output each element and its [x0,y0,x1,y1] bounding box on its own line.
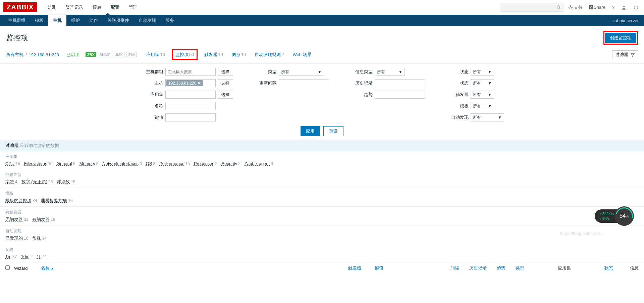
logo[interactable]: ZABBIX [3,2,37,12]
subfilter-link[interactable]: Performance [159,161,184,166]
search-input[interactable] [502,5,556,10]
subfilter-link[interactable]: Filesystems [24,161,47,166]
share-link[interactable]: Z Share [587,5,607,10]
subnav-services[interactable]: 服务 [161,15,179,26]
support-link[interactable]: 支持 [566,4,585,10]
th-history[interactable]: 历史记录 [469,265,487,271]
subfilter-count: 4 [15,180,17,184]
tab-graphs-count: 10 [241,52,246,57]
host-chip-remove-icon[interactable]: ✕ [198,81,201,86]
subnav-corr[interactable]: 关联项事件 [103,15,134,26]
subfilter-link[interactable]: 浮点数 [57,179,70,184]
tab-graphs[interactable]: 图形 [232,52,240,57]
th-status[interactable]: 状态 [604,265,613,271]
subfilter-link[interactable]: 模板的监控项 [5,198,32,203]
subnav-hostgroups[interactable]: 主机群组 [3,15,30,26]
badge-snmp: SNMP [98,52,112,57]
nav-monitoring[interactable]: 监测 [43,0,61,15]
input-appset[interactable] [165,91,216,99]
input-history[interactable] [375,79,425,87]
subfilter-link[interactable]: Processes [194,161,214,166]
subfilter-link[interactable]: 1m [5,254,11,259]
search-box [500,3,564,12]
select-discovery[interactable]: 所有▼ [471,113,504,121]
subfilter-count: 28 [48,180,53,184]
th-type[interactable]: 类型 [516,265,524,271]
network-widget[interactable]: ↑ 322K/s ↓ 9K/s 54% [595,206,634,226]
subnav: 主机群组 模板 主机 维护 动作 关联项事件 自动发现 服务 zabbix-se… [0,15,644,26]
input-name[interactable] [165,102,216,110]
host-chip[interactable]: 192.168.81.220 ✕ [166,80,203,86]
label-update: 更新间隔 [253,80,277,86]
input-key[interactable] [165,113,216,121]
subnav-discovery[interactable]: 自动发现 [134,15,161,26]
th-name[interactable]: 名称 [41,265,54,271]
nav-config[interactable]: 配置 [106,0,124,15]
subfilter-link[interactable]: Security [221,161,237,166]
subfilter-link[interactable]: Network interfaces [102,161,139,166]
input-update[interactable] [279,79,329,87]
select-hostgroup-button[interactable]: 选择 [218,68,233,76]
select-trigger[interactable]: 所有▼ [471,91,494,99]
nav-reports[interactable]: 报表 [88,0,106,15]
tab-discovery[interactable]: 自动发现规则 [255,52,281,57]
select-appset-button[interactable]: 选择 [218,91,233,99]
select-all-checkbox[interactable] [5,265,10,270]
crumb-host-ip[interactable]: 192.168.81.220 [29,52,59,57]
crumb-all-hosts[interactable]: 所有主机 [6,52,23,58]
nav-inventory[interactable]: 资产记录 [61,0,88,15]
th-appset: 应用集 [558,265,571,271]
th-interval[interactable]: 间隔 [450,265,459,271]
tab-web[interactable]: Web 场景 [293,52,312,58]
subfilter-link[interactable]: OS [146,161,152,166]
subfilter-link[interactable]: 1h [37,254,41,259]
search-icon[interactable] [556,5,561,10]
input-hostgroup[interactable] [165,68,216,76]
label-discovery: 自动发现 [445,114,469,120]
input-trend[interactable] [375,91,425,99]
status-enabled: 已启用 [66,52,79,58]
select-state[interactable]: 所有▼ [471,79,494,87]
apply-button[interactable]: 应用 [301,126,320,136]
subfilter-link[interactable]: General [57,161,72,166]
select-type[interactable]: 所有▼ [279,68,324,76]
tab-appset[interactable]: 应用集 [146,52,159,57]
subnav-maintenance[interactable]: 维护 [66,15,85,26]
create-item-button[interactable]: 创建监控项 [605,33,636,43]
select-status[interactable]: 所有▼ [471,68,494,76]
subfilter-link[interactable]: 数字 (无正负) [21,179,47,184]
label-infotype: 信息类型 [349,69,373,75]
subfilter-block-title: 信息类型 [5,172,639,178]
reset-button[interactable]: 重设 [323,126,343,136]
subfilter-link[interactable]: 常规 [32,236,41,241]
subfilter-link[interactable]: 字符 [5,179,14,184]
select-host-button[interactable]: 选择 [218,79,233,87]
th-trigger[interactable]: 触发器 [348,265,361,271]
subfilter-link[interactable]: 10m [21,254,29,259]
subnav-actions[interactable]: 动作 [85,15,103,26]
label-trend: 趋势 [349,92,373,98]
tab-triggers[interactable]: 触发器 [204,52,217,57]
subnav-templates[interactable]: 模板 [30,15,48,26]
th-key[interactable]: 键值 [375,265,383,271]
select-template[interactable]: 所有▼ [471,102,494,110]
subfilter-link[interactable]: Zabbix agent [245,161,270,166]
subfilter-block: 间隔1m3710m21h11 [0,244,644,262]
subfilter-link[interactable]: 非模板监控项 [41,198,67,203]
select-infotype[interactable]: 所有▼ [375,68,405,76]
filter-toggle[interactable]: 过滤器 [612,50,638,59]
subfilter-link[interactable]: 有触发器 [32,217,50,222]
subfilter-link[interactable]: 已发现的 [5,236,23,241]
subfilter-link[interactable]: CPU [5,161,14,166]
th-trend[interactable]: 趋势 [497,265,505,271]
help-icon[interactable]: ? [610,5,616,10]
tab-items-highlight: 监控项50 [172,49,198,60]
subfilter-count: 31 [24,217,28,222]
tab-items[interactable]: 监控项 [175,52,189,57]
user-icon[interactable] [619,5,629,10]
subfilter-link[interactable]: 无触发器 [5,217,23,222]
power-icon[interactable] [631,5,641,10]
subfilter-link[interactable]: Memory [79,161,95,166]
nav-admin[interactable]: 管理 [124,0,142,15]
subnav-hosts[interactable]: 主机 [48,15,66,26]
